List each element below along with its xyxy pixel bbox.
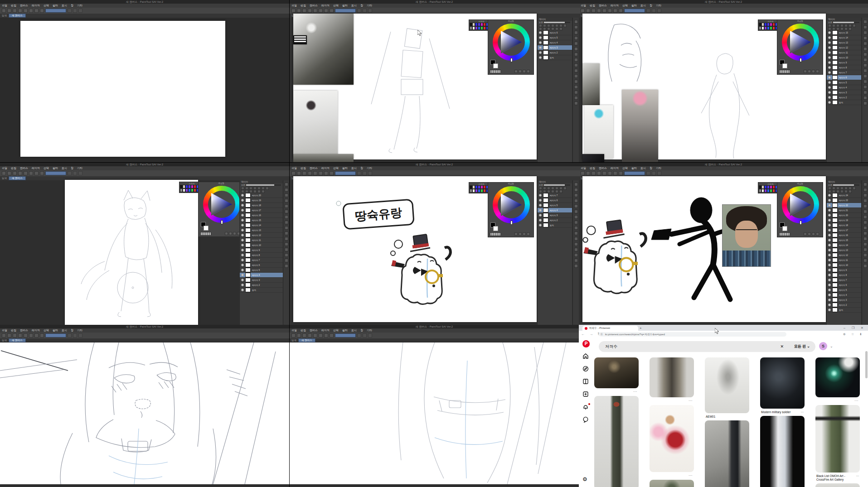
layer-visibility-icon[interactable]	[539, 51, 542, 54]
menu-item-2[interactable]: 캔버스	[308, 166, 320, 170]
panel-toggle-icon[interactable]	[285, 253, 288, 257]
layer-visibility-icon[interactable]	[828, 244, 831, 246]
layer-tool-icon[interactable]	[245, 190, 248, 193]
toolbar-icon[interactable]	[313, 333, 317, 338]
menu-item-0[interactable]: 파일	[290, 328, 299, 333]
menu-item-4[interactable]: 선택	[42, 328, 51, 333]
pin-more-menu[interactable]: ⋯	[650, 474, 694, 478]
layer-visibility-icon[interactable]	[828, 249, 831, 251]
panel-toggle-icon[interactable]	[574, 248, 578, 251]
toolbar-icon[interactable]	[18, 171, 22, 175]
layer-visibility-icon[interactable]	[828, 239, 831, 241]
layer-visibility-icon[interactable]	[828, 309, 831, 311]
layer-tool-icon[interactable]	[262, 190, 265, 193]
toolbar-icon[interactable]	[602, 9, 606, 13]
menu-item-6[interactable]: 표시	[639, 166, 648, 170]
toolbar-icon[interactable]	[363, 171, 367, 175]
menu-item-2[interactable]: 캔버스	[308, 328, 320, 333]
toolbar-icon[interactable]	[652, 9, 656, 13]
menu-item-0[interactable]: 파일	[0, 166, 9, 170]
layer-visibility-icon[interactable]	[828, 81, 831, 84]
menu-item-8[interactable]: 기타	[75, 328, 84, 333]
layer-tool-icon[interactable]	[563, 24, 567, 27]
panel-toggle-icon[interactable]	[285, 237, 288, 241]
layer-row[interactable]: 레이어 22	[827, 203, 861, 208]
layer-visibility-icon[interactable]	[828, 41, 831, 44]
menu-item-6[interactable]: 표시	[349, 166, 359, 170]
toolbar-icon[interactable]	[18, 333, 22, 338]
layer-tool-icon[interactable]	[563, 187, 567, 190]
pin-more-menu[interactable]: ⋯	[650, 399, 694, 404]
menu-item-4[interactable]: 선택	[42, 166, 51, 170]
menu-item-2[interactable]: 캔버스	[18, 4, 30, 8]
layer-row[interactable]: 레이어 9	[827, 268, 861, 273]
layer-visibility-icon[interactable]	[241, 259, 244, 261]
drawing-canvas[interactable]	[290, 342, 579, 484]
layer-row[interactable]: 레이어 6	[240, 263, 283, 268]
layer-visibility-icon[interactable]	[828, 66, 831, 69]
layer-tool-icon[interactable]	[539, 27, 542, 30]
toolbar-icon[interactable]	[581, 171, 585, 175]
toolbar-icon[interactable]	[68, 171, 72, 175]
brush-preset-dropdown[interactable]	[45, 9, 66, 13]
toolbar-icon[interactable]	[29, 333, 33, 338]
menu-item-5[interactable]: 필터	[630, 166, 639, 170]
menu-item-7[interactable]: 창	[69, 4, 75, 8]
pin-image[interactable]	[594, 396, 639, 487]
pin-image[interactable]	[815, 405, 860, 473]
hue-marker[interactable]	[510, 221, 513, 225]
menu-item-5[interactable]: 필터	[630, 4, 639, 8]
layer-tool-icon[interactable]	[547, 187, 550, 190]
toolbar-icon[interactable]	[592, 9, 596, 13]
layer-row[interactable]: 레이어 2	[538, 50, 572, 55]
canvas-tab-active[interactable]: 새 캔버스	[9, 176, 26, 180]
panel-toggle-icon[interactable]	[285, 204, 288, 208]
pin-title[interactable]: AEM01	[706, 415, 748, 419]
toolbar-icon[interactable]	[40, 333, 44, 338]
layer-visibility-icon[interactable]	[828, 299, 831, 301]
menu-item-0[interactable]: 파일	[0, 4, 9, 8]
layer-row[interactable]: 레이어 2	[538, 218, 572, 223]
layer-row[interactable]: 레이어 21	[827, 208, 861, 213]
layer-visibility-icon[interactable]	[828, 274, 831, 276]
menu-item-0[interactable]: 파일	[0, 328, 9, 333]
layer-tool-icon[interactable]	[844, 24, 848, 27]
wheel-mode-icon[interactable]	[519, 232, 522, 236]
sv-triangle[interactable]	[787, 191, 814, 218]
panel-toggle-icon[interactable]	[863, 96, 867, 100]
layer-row[interactable]: 레이어 13	[827, 40, 861, 45]
brush-preset-dropdown[interactable]	[624, 9, 645, 13]
layer-visibility-icon[interactable]	[241, 214, 244, 217]
toolbar-icon[interactable]	[619, 9, 623, 13]
layer-tool-icon[interactable]	[853, 24, 856, 27]
panel-toggle-icon[interactable]	[285, 248, 288, 251]
menu-item-3[interactable]: 레이어	[320, 166, 331, 170]
toolbar-icon[interactable]	[302, 9, 306, 13]
layer-tool-icon[interactable]	[832, 27, 835, 30]
layer-row[interactable]: 레이어 6	[538, 30, 572, 35]
panel-toggle-icon[interactable]	[574, 74, 578, 78]
layer-tool-icon[interactable]	[547, 27, 550, 30]
layer-visibility-icon[interactable]	[539, 209, 542, 212]
layer-row[interactable]: 용지	[827, 308, 861, 313]
layer-tool-icon[interactable]	[266, 187, 269, 190]
panel-toggle-icon[interactable]	[863, 25, 867, 29]
boards-icon[interactable]	[582, 378, 590, 386]
panel-toggle-icon[interactable]	[863, 199, 867, 203]
panel-toggle-icon[interactable]	[863, 242, 867, 246]
panel-toggle-icon[interactable]	[574, 63, 578, 67]
pin-image[interactable]	[650, 480, 694, 487]
wheel-mode-icon[interactable]	[816, 70, 819, 73]
toolbar-icon[interactable]	[324, 333, 328, 338]
panel-toggle-icon[interactable]	[285, 259, 288, 262]
layer-row[interactable]: 레이어 18	[827, 223, 861, 228]
menu-item-5[interactable]: 필터	[340, 328, 349, 333]
wheel-mode-icon[interactable]	[808, 232, 811, 236]
toolbar-icon[interactable]	[73, 171, 77, 175]
panel-toggle-icon[interactable]	[574, 231, 578, 235]
menu-item-8[interactable]: 기타	[75, 166, 84, 170]
layer-row[interactable]: 레이어 9	[827, 60, 861, 65]
panel-toggle-icon[interactable]	[574, 101, 578, 105]
toolbar-icon[interactable]	[73, 333, 77, 338]
layer-tool-icon[interactable]	[836, 24, 839, 27]
